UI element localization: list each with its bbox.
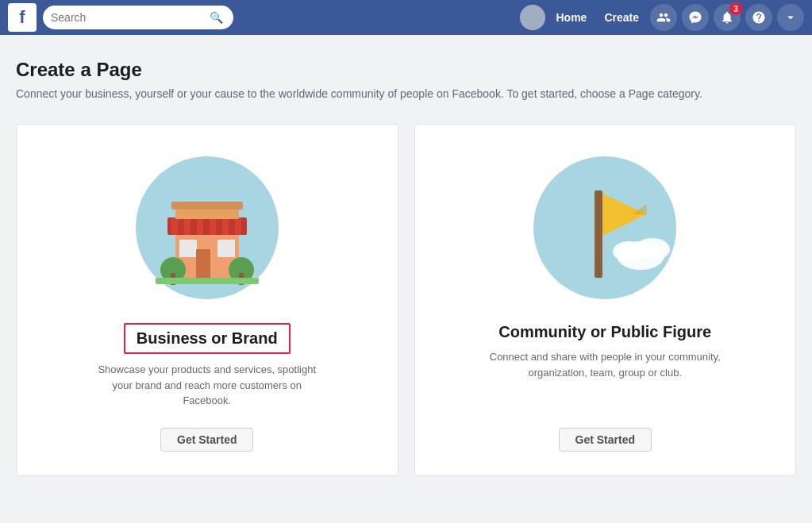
avatar-circle (520, 5, 545, 30)
menu-icon-button[interactable] (777, 4, 804, 31)
community-card[interactable]: Community or Public Figure Connect and s… (414, 124, 797, 476)
help-icon-button[interactable] (745, 4, 772, 31)
store-svg (132, 152, 283, 303)
svg-point-22 (613, 241, 645, 262)
facebook-logo[interactable]: f (8, 3, 37, 32)
business-brand-title: Business or Brand (124, 323, 291, 354)
svg-rect-23 (595, 190, 602, 278)
friends-icon-button[interactable] (650, 4, 677, 31)
svg-rect-3 (217, 240, 235, 257)
svg-rect-13 (171, 202, 243, 210)
business-brand-desc: Showcase your products and services, spo… (88, 362, 326, 409)
community-title: Community or Public Figure (498, 323, 711, 341)
create-link[interactable]: Create (598, 8, 645, 27)
svg-rect-10 (222, 217, 229, 235)
messenger-icon-button[interactable] (682, 4, 709, 31)
navbar-left: f 🔍 (8, 3, 233, 32)
page-content: Create a Page Connect your business, you… (0, 35, 812, 500)
community-get-started-button[interactable]: Get Started (559, 428, 652, 452)
flag-svg (529, 152, 680, 303)
navbar: f 🔍 Home Create 3 (0, 0, 812, 35)
svg-rect-6 (171, 217, 178, 235)
svg-rect-9 (210, 217, 216, 235)
svg-rect-18 (156, 278, 259, 284)
notification-badge: 3 (729, 2, 742, 15)
search-bar[interactable]: 🔍 (43, 6, 233, 29)
chevron-down-icon (783, 10, 798, 25)
search-icon: 🔍 (210, 11, 223, 24)
avatar[interactable] (520, 5, 545, 30)
business-illustration (128, 148, 287, 307)
navbar-right: Home Create 3 (520, 4, 805, 31)
notifications-icon-button[interactable]: 3 (714, 4, 741, 31)
community-desc: Connect and share with people in your co… (486, 349, 724, 380)
business-get-started-button[interactable]: Get Started (160, 428, 253, 452)
question-icon (752, 10, 766, 25)
svg-rect-11 (235, 217, 241, 235)
home-link[interactable]: Home (550, 8, 594, 27)
svg-rect-4 (196, 249, 210, 279)
community-illustration (525, 148, 684, 307)
people-icon (656, 10, 671, 25)
page-title: Create a Page (16, 59, 796, 81)
cards-container: Business or Brand Showcase your products… (16, 124, 796, 476)
business-brand-card[interactable]: Business or Brand Showcase your products… (16, 124, 398, 476)
messenger-icon (688, 10, 702, 25)
svg-rect-8 (197, 217, 203, 235)
page-subtitle: Connect your business, yourself or your … (16, 87, 796, 100)
svg-rect-2 (179, 240, 197, 257)
search-input[interactable] (51, 11, 210, 24)
svg-rect-7 (184, 217, 190, 235)
